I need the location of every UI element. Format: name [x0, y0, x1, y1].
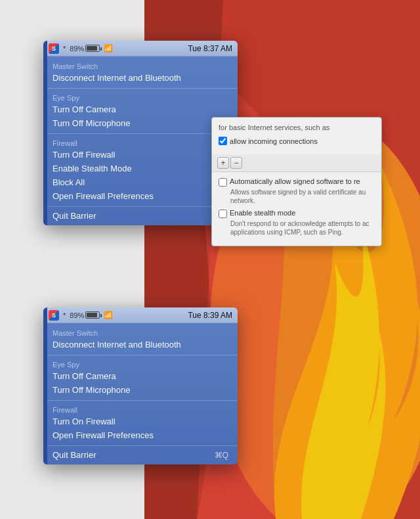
fw-add-button[interactable]: +: [217, 157, 229, 169]
menu-body-1: Master Switch Disconnect Internet and Bl…: [43, 56, 238, 225]
fw-allow-label: allow incoming connections: [230, 137, 318, 145]
enable-stealth-mode-1[interactable]: Enable Stealth Mode: [43, 162, 238, 175]
fw-auto-signed-checkbox[interactable]: [219, 178, 227, 187]
menu-body-2: Master Switch Disconnect Internet and Bl…: [43, 323, 238, 464]
fw-stealth-checkbox[interactable]: [219, 210, 227, 218]
disconnect-item-1[interactable]: Disconnect Internet and Bluetooth: [43, 71, 238, 85]
open-firewall-prefs-2[interactable]: Open Firewall Preferences: [43, 428, 238, 442]
turn-off-camera-2[interactable]: Turn Off Camera: [43, 369, 238, 383]
battery-icon-1: [85, 45, 100, 52]
turn-off-firewall-1[interactable]: Turn Off Firewall: [43, 148, 238, 162]
master-switch-section-1: Master Switch Disconnect Internet and Bl…: [43, 59, 238, 86]
battery-icon-2: [85, 311, 100, 319]
fw-stealth-label: Enable stealth mode: [230, 209, 295, 217]
master-switch-header-1: Master Switch: [43, 60, 238, 71]
left-accent-2: [43, 307, 47, 464]
eye-spy-header-2: Eye Spy: [43, 359, 238, 369]
battery-indicator-1: 89%: [70, 45, 100, 53]
menu-panel-2: S * 89% 📶 Tue 8:39 AM Master Switch Disc…: [43, 307, 238, 464]
menu-panel-1: S * 89% 📶 Tue 8:37 AM Master Switch Disc…: [43, 41, 238, 225]
master-switch-header-2: Master Switch: [43, 327, 238, 338]
wifi-icon-2: 📶: [104, 311, 113, 319]
barrier-icon-1: S: [49, 43, 59, 54]
bluetooth-icon-1: *: [63, 45, 66, 53]
turn-off-microphone-1[interactable]: Turn Off Microphone: [43, 116, 238, 130]
quit-barrier-2[interactable]: Quit Barrier ⌘Q: [43, 448, 238, 462]
fw-allow-checkbox[interactable]: [219, 137, 227, 145]
fw-remove-button[interactable]: −: [230, 157, 242, 169]
barrier-icon-2: S: [49, 310, 59, 321]
block-all-1[interactable]: Block All: [43, 175, 238, 189]
disconnect-item-2[interactable]: Disconnect Internet and Bluetooth: [43, 338, 238, 351]
open-firewall-prefs-1[interactable]: Open Firewall Preferences: [43, 189, 238, 203]
quit-barrier-1[interactable]: Quit Barrier ⌘Q: [43, 209, 238, 223]
left-accent-1: [43, 41, 47, 225]
fw-toolbar: + −: [212, 154, 381, 172]
battery-indicator-2: 89%: [70, 311, 100, 319]
turn-off-camera-1[interactable]: Turn Off Camera: [43, 102, 238, 116]
fw-auto-signed-sub: Allows software signed by a valid certif…: [219, 188, 375, 205]
fw-popup-body: for basic Internet services, such as all…: [212, 118, 381, 154]
fw-auto-signed-label: Automatically allow signed software to r…: [230, 177, 360, 185]
bluetooth-icon-2: *: [63, 311, 66, 319]
firewall-section-2: Firewall Turn On Firewall Open Firewall …: [43, 403, 238, 443]
menu-time-1: Tue 8:37 AM: [188, 44, 232, 53]
fw-popup-options: Automatically allow signed software to r…: [212, 172, 381, 246]
eye-spy-header-1: Eye Spy: [43, 92, 238, 102]
menu-bar-2: S * 89% 📶 Tue 8:39 AM: [43, 307, 238, 323]
wifi-icon-1: 📶: [104, 44, 113, 53]
firewall-section-1: Firewall Turn Off Firewall Enable Stealt…: [43, 136, 238, 204]
fw-allow-text: for basic Internet services, such as: [219, 123, 375, 133]
firewall-header-1: Firewall: [43, 137, 238, 148]
fw-stealth-sub: Don't respond to or acknowledge attempts…: [219, 219, 375, 237]
eye-spy-section-2: Eye Spy Turn Off Camera Turn Off Microph…: [43, 357, 238, 398]
menu-time-2: Tue 8:39 AM: [188, 311, 232, 320]
menu-bar-1: S * 89% 📶 Tue 8:37 AM: [43, 41, 238, 56]
turn-on-firewall-2[interactable]: Turn On Firewall: [43, 415, 238, 428]
turn-off-microphone-2[interactable]: Turn Off Microphone: [43, 383, 238, 397]
master-switch-section-2: Master Switch Disconnect Internet and Bl…: [43, 326, 238, 353]
eye-spy-section-1: Eye Spy Turn Off Camera Turn Off Microph…: [43, 91, 238, 131]
firewall-popup: for basic Internet services, such as all…: [211, 117, 382, 246]
firewall-header-2: Firewall: [43, 404, 238, 415]
